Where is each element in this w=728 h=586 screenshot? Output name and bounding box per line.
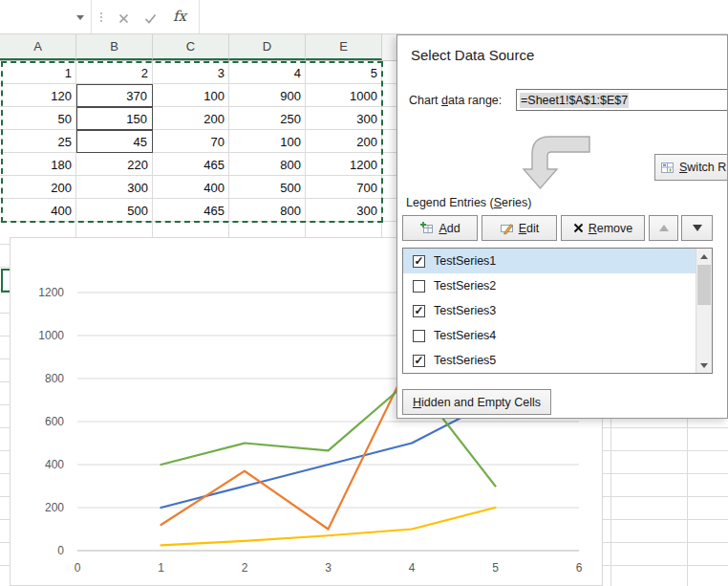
move-up-button[interactable] <box>649 215 678 241</box>
scrollbar-up-icon <box>700 254 708 259</box>
edit-button[interactable]: Edit <box>482 215 557 241</box>
column-header-C[interactable]: C <box>153 34 229 60</box>
cell-A5[interactable]: 180 <box>0 153 76 176</box>
series-checkbox[interactable] <box>413 280 425 293</box>
column-header-B[interactable]: B <box>76 34 153 60</box>
cell-A4[interactable]: 25 <box>0 130 76 153</box>
cell-D3[interactable]: 250 <box>229 107 306 130</box>
cell-C5[interactable]: 465 <box>153 153 229 176</box>
range-value-text: =Sheet1!$A$1:$E$7 <box>520 93 629 108</box>
cell-B3[interactable]: 150 <box>76 107 153 130</box>
cell-D2[interactable]: 900 <box>229 84 306 107</box>
series-item-TestSeries1[interactable]: ✓TestSeries1 <box>403 249 696 273</box>
cell-C3[interactable]: 200 <box>153 107 229 130</box>
chart-data-range-label: Chart data range: <box>409 94 502 107</box>
cell-A3[interactable]: 50 <box>0 107 76 130</box>
cell-B6[interactable]: 300 <box>76 176 153 199</box>
svg-text:5: 5 <box>492 561 499 575</box>
add-button[interactable]: Add <box>402 215 478 241</box>
scrollbar-down-button[interactable] <box>696 358 712 373</box>
column-header-E[interactable]: E <box>306 34 382 60</box>
switch-row-column-button[interactable]: Switch R <box>654 154 728 181</box>
add-icon <box>419 221 434 235</box>
cell-E6[interactable]: 700 <box>306 176 382 199</box>
cancel-icon[interactable] <box>115 11 132 26</box>
cell-D4[interactable]: 100 <box>229 130 306 153</box>
svg-text:400: 400 <box>45 458 64 471</box>
cell-A2[interactable]: 120 <box>0 84 76 107</box>
switch-button-label: Switch R <box>679 161 726 174</box>
series-checkbox[interactable]: ✓ <box>413 305 425 317</box>
svg-text:4: 4 <box>409 561 416 575</box>
series-label: TestSeries5 <box>434 354 496 367</box>
cell-E3[interactable]: 300 <box>306 107 382 130</box>
svg-text:600: 600 <box>45 415 64 428</box>
cell-B1[interactable]: 2 <box>76 61 153 84</box>
series-item-TestSeries3[interactable]: ✓TestSeries3 <box>403 298 696 323</box>
cell-B7[interactable]: 500 <box>76 199 153 222</box>
cell-B4[interactable]: 45 <box>76 130 153 153</box>
series-label: TestSeries2 <box>434 279 496 293</box>
cell-E4[interactable]: 200 <box>306 130 382 153</box>
series-item-TestSeries5[interactable]: ✓TestSeries5 <box>403 348 696 373</box>
select-data-source-dialog: Select Data Source Chart data range: =Sh… <box>396 34 728 419</box>
cell-A7[interactable]: 400 <box>0 199 76 222</box>
svg-text:6: 6 <box>576 561 583 575</box>
series-label: TestSeries1 <box>434 254 496 268</box>
series-checkbox[interactable]: ✓ <box>413 255 425 268</box>
cell-D6[interactable]: 500 <box>229 176 306 199</box>
name-box-dropdown-icon[interactable] <box>76 15 84 20</box>
cell-C2[interactable]: 100 <box>153 84 229 107</box>
cell-A1[interactable]: 1 <box>0 61 76 84</box>
cell-A6[interactable]: 200 <box>0 176 76 199</box>
formula-bar: fx <box>0 0 728 34</box>
switch-row-column-icon <box>660 161 674 175</box>
cell-E1[interactable]: 5 <box>306 61 382 84</box>
cell-C4[interactable]: 70 <box>153 130 229 153</box>
series-list: ✓TestSeries1TestSeries2✓TestSeries3TestS… <box>402 248 713 374</box>
scrollbar[interactable] <box>696 249 712 373</box>
svg-text:1000: 1000 <box>38 329 64 342</box>
cell-C7[interactable]: 465 <box>153 199 229 222</box>
scrollbar-up-button[interactable] <box>696 249 712 264</box>
cell-D1[interactable]: 4 <box>229 61 306 84</box>
move-down-button[interactable] <box>681 215 713 241</box>
svg-text:2: 2 <box>242 561 248 575</box>
data-cells: 1234512037010090010005015020025030025457… <box>0 61 382 222</box>
scrollbar-thumb[interactable] <box>697 265 711 305</box>
series-checkbox[interactable]: ✓ <box>413 355 425 367</box>
edit-icon <box>500 221 514 235</box>
cell-B2[interactable]: 370 <box>76 84 153 107</box>
svg-text:1: 1 <box>158 561 164 575</box>
cell-E5[interactable]: 1200 <box>306 153 382 176</box>
cell-C1[interactable]: 3 <box>153 61 229 84</box>
separator-dots-icon <box>100 12 102 14</box>
insert-function-icon[interactable]: fx <box>173 8 186 25</box>
series-label: TestSeries4 <box>434 329 496 342</box>
cell-B5[interactable]: 220 <box>76 153 153 176</box>
remove-button[interactable]: Remove <box>561 215 645 241</box>
chart-data-range-input[interactable]: =Sheet1!$A$1:$E$7 <box>516 89 728 111</box>
cell-E2[interactable]: 1000 <box>306 84 382 107</box>
formula-input[interactable] <box>199 0 728 33</box>
series-checkbox[interactable] <box>413 330 425 342</box>
remove-icon <box>573 223 584 233</box>
cell-E7[interactable]: 300 <box>306 199 382 222</box>
cell-C6[interactable]: 400 <box>153 176 229 199</box>
hidden-and-empty-cells-button[interactable]: Hidden and Empty Cells <box>402 389 551 415</box>
dialog-title: Select Data Source <box>411 47 534 63</box>
scrollbar-down-icon <box>700 363 708 368</box>
add-button-label: Add <box>439 222 460 235</box>
cell-D7[interactable]: 800 <box>229 199 306 222</box>
down-arrow-icon <box>693 225 702 231</box>
series-item-TestSeries2[interactable]: TestSeries2 <box>403 273 696 298</box>
column-header-A[interactable]: A <box>0 34 76 60</box>
svg-text:1200: 1200 <box>38 286 64 299</box>
series-item-TestSeries4[interactable]: TestSeries4 <box>403 323 696 348</box>
cell-D5[interactable]: 800 <box>229 153 306 176</box>
enter-check-icon[interactable] <box>141 11 159 26</box>
bent-arrow-shape <box>520 131 591 192</box>
hidden-button-label: Hidden and Empty Cells <box>413 396 541 409</box>
svg-text:200: 200 <box>45 501 64 514</box>
column-header-D[interactable]: D <box>229 34 306 60</box>
